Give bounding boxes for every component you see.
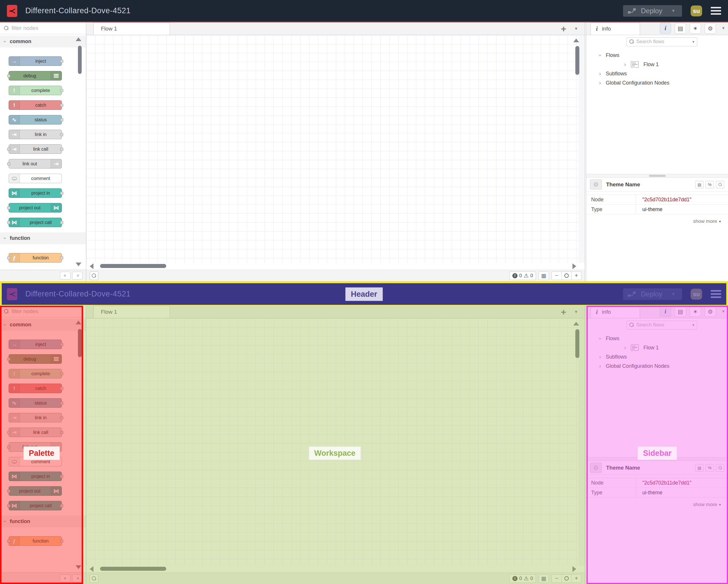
workspace: Flow 1 + ▾ (86, 22, 585, 281)
node-red-logo-icon[interactable]: ≺ (7, 5, 17, 17)
annotation-sidebar-region: Sidebar (587, 306, 728, 584)
search-flows-button[interactable] (90, 272, 98, 280)
zoom-in-button[interactable]: + (571, 272, 581, 280)
palette-node-label: complete (20, 88, 61, 93)
palette-node-label: project out (9, 205, 51, 210)
palette-node-complete[interactable]: !complete (9, 86, 62, 95)
palette-node-project-out[interactable]: project out⋈ (9, 203, 62, 212)
palette-filter-input[interactable] (11, 25, 82, 31)
table-row: Node "2c5d702b11de7dd1" (586, 195, 728, 204)
sidebar-collapse-chevron-icon[interactable]: ▾ (722, 25, 725, 31)
project-icon: ⋈ (9, 188, 20, 198)
tree-item-subflows[interactable]: › Subflows (586, 69, 728, 78)
tree-item-flow1[interactable]: › Flow 1 (586, 60, 728, 69)
show-more-link[interactable]: show more▾ (586, 214, 728, 224)
canvas-vscrollbar-thumb[interactable] (575, 46, 579, 75)
canvas-scroll-left-icon[interactable] (90, 263, 94, 269)
chevron-expanded-icon: › (2, 237, 8, 239)
output-port (60, 148, 63, 151)
flow-canvas[interactable] (86, 35, 585, 263)
tab-info[interactable]: i info (591, 22, 640, 35)
sidebar-info-button[interactable]: i (660, 23, 671, 34)
screenshot-annotated: ≺ Different-Collared-Dove-4521 Deploy ▾ … (0, 283, 728, 584)
canvas-scroll-right-icon[interactable] (572, 263, 576, 269)
user-avatar[interactable]: su (691, 5, 702, 17)
annotation-label-header: Header (345, 287, 383, 301)
sidebar-help-button[interactable]: ▤ (675, 23, 686, 34)
sidebar-config-button[interactable]: ⚙ (705, 23, 716, 34)
arrow-right-icon: → (9, 57, 20, 66)
main-menu-button[interactable] (711, 7, 721, 15)
palette-scrollbar-thumb[interactable] (78, 46, 82, 74)
zoom-out-button[interactable]: − (552, 272, 562, 280)
flow-list-chevron-icon[interactable]: ▾ (575, 26, 577, 32)
tree-item-flows[interactable]: › Flows (586, 51, 728, 60)
warning-count: 0 (530, 273, 533, 279)
palette-node-debug[interactable]: debug (9, 71, 62, 80)
warning-icon: ⚠ (524, 273, 528, 278)
navigator-button[interactable]: ▦ (539, 272, 549, 280)
chevron-collapsed-icon[interactable]: › (624, 61, 626, 68)
palette-footer: « « (0, 270, 86, 281)
palette-node-project-call[interactable]: ⋈project call (9, 218, 62, 227)
sidebar-debug-button[interactable]: ✶ (690, 23, 701, 34)
flow-tab[interactable]: Flow 1 (94, 22, 170, 35)
canvas-scroll-up-icon[interactable] (573, 39, 579, 42)
palette-node-link-out[interactable]: link out⇥ (9, 159, 62, 169)
palette-node-label: link out (9, 161, 51, 167)
palette-scroll-down-icon[interactable] (76, 262, 81, 266)
palette-node-label: debug (9, 73, 51, 78)
node-id-value: "2c5d702b11de7dd1" (636, 195, 728, 204)
help-doc-button[interactable]: ▤ (695, 181, 704, 188)
search-options-chevron-icon[interactable]: ▾ (692, 40, 694, 44)
search-flows-field[interactable]: ▾ (626, 37, 697, 46)
zoom-reset-button[interactable] (562, 272, 571, 280)
palette-node-inject[interactable]: →inject (9, 56, 62, 66)
exclamation-icon: ! (9, 86, 20, 95)
add-flow-button[interactable]: + (561, 24, 566, 33)
error-count: 0 (519, 273, 522, 279)
project-icon: ⋈ (51, 203, 61, 212)
search-node-button[interactable] (716, 181, 724, 188)
palette: ›common→injectdebug!complete!catch∿statu… (0, 22, 86, 281)
annotation-header-region: Header (0, 283, 728, 306)
palette-node-link-call[interactable]: ⇥link call (9, 144, 62, 154)
collapse-all-categories-button[interactable]: « (60, 272, 71, 279)
deploy-icon (628, 7, 636, 15)
theme-panel-title: Theme Name (606, 181, 640, 188)
chevron-collapsed-icon[interactable]: › (599, 71, 601, 77)
palette-node-label: comment (20, 176, 61, 181)
palette-category-function[interactable]: ›function (0, 232, 86, 244)
deploy-button[interactable]: Deploy ▾ (623, 5, 682, 17)
palette-node-comment[interactable]: comment (9, 174, 62, 183)
annotation-palette-region: Palette (0, 306, 83, 584)
sidebar-splitter[interactable] (586, 174, 728, 178)
notification-badges[interactable]: ! 0 ⚠ 0 (510, 272, 536, 280)
palette-node-label: status (20, 117, 61, 123)
palette-node-function[interactable]: ƒfunction (9, 253, 62, 262)
output-port (60, 118, 63, 121)
error-count-icon: ! (512, 273, 518, 278)
sidebar-tab-bar: i info i ▤ ✶ ⚙ ▾ (586, 22, 728, 35)
palette-node-link-in[interactable]: ⇥link in (9, 130, 62, 139)
output-port (60, 192, 63, 195)
palette-node-status[interactable]: ∿status (9, 115, 62, 125)
screenshot-clean: ≺ Different-Collared-Dove-4521 Deploy ▾ … (0, 0, 728, 281)
search-flows-input[interactable] (636, 39, 690, 45)
gear-icon: ⚙ (590, 179, 602, 189)
deploy-options-chevron-icon[interactable]: ▾ (672, 8, 675, 14)
chevron-collapsed-icon[interactable]: › (599, 80, 601, 86)
input-port (7, 256, 10, 259)
chevron-expanded-icon[interactable]: › (597, 54, 603, 56)
tree-item-global-config[interactable]: › Global Configuration Nodes (586, 78, 728, 87)
palette-node-project-in[interactable]: ⋈project in (9, 188, 62, 198)
search-icon (92, 274, 96, 278)
palette-node-catch[interactable]: !catch (9, 100, 62, 110)
palette-scroll-up-icon[interactable] (76, 37, 81, 41)
palette-category-common[interactable]: ›common (0, 36, 86, 47)
canvas-hscrollbar-thumb[interactable] (100, 264, 166, 268)
link-button[interactable]: % (706, 181, 714, 188)
palette-node-label: project in (20, 191, 61, 196)
expand-all-categories-button[interactable]: « (72, 272, 82, 279)
palette-node-label: link in (20, 132, 61, 137)
